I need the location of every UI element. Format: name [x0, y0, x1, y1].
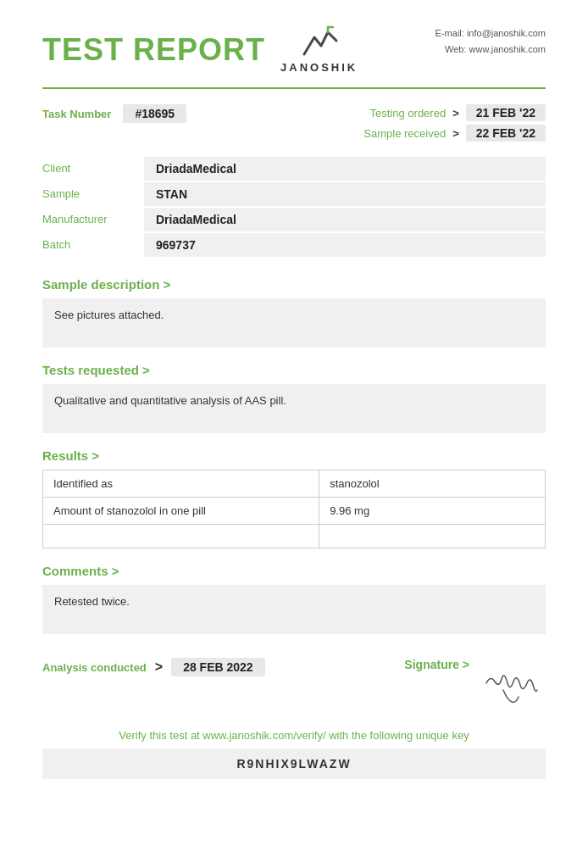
result-col2: stanozolol	[319, 470, 546, 498]
header-contact: E-mail: info@janoshik.com Web: www.janos…	[435, 25, 546, 57]
sample-description-text: See pictures attached.	[42, 298, 546, 348]
sample-description-header: Sample description >	[42, 277, 546, 292]
analysis-arrow: >	[155, 659, 163, 675]
client-info-grid: Client DriadaMedical Sample STAN Manufac…	[42, 157, 546, 259]
manufacturer-value: DriadaMedical	[144, 208, 546, 231]
manufacturer-label: Manufacturer	[42, 208, 144, 233]
testing-ordered-value: 21 FEB '22	[466, 104, 546, 121]
sample-received-value: 22 FEB '22	[466, 125, 546, 142]
task-number-group: Task Number #18695	[42, 104, 186, 123]
results-table: Identified asstanozololAmount of stanozo…	[42, 470, 546, 548]
contact-email: E-mail: info@janoshik.com	[435, 25, 546, 42]
comments-header: Comments >	[42, 564, 546, 578]
client-value: DriadaMedical	[144, 157, 546, 181]
result-col2	[319, 525, 546, 548]
task-number-label: Task Number	[42, 108, 111, 120]
testing-ordered-row: Testing ordered > 21 FEB '22	[370, 104, 546, 121]
analysis-value: 28 FEB 2022	[171, 658, 265, 676]
header-left: TEST REPORT JANOSHIK	[42, 25, 358, 74]
result-col2: 9.96 mg	[319, 498, 546, 525]
report-title: TEST REPORT	[42, 35, 265, 65]
table-row: Amount of stanozolol in one pill9.96 mg	[43, 498, 546, 525]
client-label: Client	[42, 157, 144, 182]
logo-area: JANOSHIK	[280, 25, 358, 74]
task-number-value: #18695	[123, 104, 186, 123]
tests-requested-header: Tests requested >	[42, 363, 546, 377]
dates-group: Testing ordered > 21 FEB '22 Sample rece…	[363, 104, 546, 142]
signature-label: Signature >	[404, 658, 469, 671]
results-header: Results >	[42, 448, 546, 463]
analysis-label: Analysis conducted	[42, 661, 147, 674]
table-row	[43, 525, 546, 548]
arrow-2: >	[452, 127, 459, 140]
testing-ordered-label: Testing ordered	[370, 107, 447, 120]
arrow-1: >	[452, 107, 459, 120]
sample-received-label: Sample received	[363, 127, 446, 140]
bottom-section: Analysis conducted > 28 FEB 2022 Signatu…	[42, 658, 546, 709]
tests-requested-text: Qualitative and quantitative analysis of…	[42, 384, 546, 433]
logo-icon	[299, 25, 340, 59]
task-row: Task Number #18695 Testing ordered > 21 …	[42, 104, 546, 142]
result-col1	[43, 525, 319, 548]
header: TEST REPORT JANOSHIK E-mail: info@janosh…	[42, 25, 546, 74]
sample-received-row: Sample received > 22 FEB '22	[363, 125, 546, 142]
logo-name: JANOSHIK	[280, 61, 358, 74]
signature-group: Signature >	[404, 658, 546, 709]
result-col1: Identified as	[43, 470, 319, 498]
table-row: Identified asstanozolol	[43, 470, 546, 498]
result-col1: Amount of stanozolol in one pill	[43, 498, 319, 525]
comments-text: Retested twice.	[42, 585, 546, 634]
batch-value: 969737	[144, 233, 546, 257]
main-divider	[42, 87, 546, 89]
analysis-group: Analysis conducted > 28 FEB 2022	[42, 658, 265, 676]
sample-value: STAN	[144, 182, 546, 206]
contact-web: Web: www.janoshik.com	[435, 42, 546, 58]
signature-svg	[478, 658, 546, 709]
verify-text: Verify this test at www.janoshik.com/ver…	[42, 729, 546, 742]
sample-label: Sample	[42, 182, 144, 208]
verify-key: R9NHIX9LWAZW	[42, 748, 546, 779]
batch-label: Batch	[42, 233, 144, 259]
